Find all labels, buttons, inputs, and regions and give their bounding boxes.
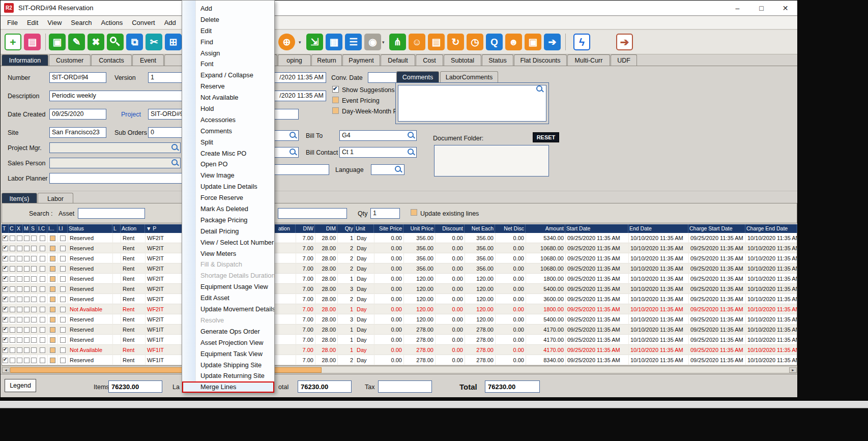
tab-status[interactable]: Status [482, 54, 513, 66]
bill-contact-lookup-icon[interactable] [408, 149, 415, 156]
row-checkbox-s[interactable] [31, 337, 37, 343]
row-checkbox-s[interactable] [31, 347, 37, 353]
column-header-qty[interactable]: Qty [337, 224, 355, 233]
row-checkbox-m[interactable] [24, 347, 30, 353]
row-checkbox-i-c[interactable] [40, 317, 45, 322]
row-checkbox-t[interactable] [3, 317, 8, 322]
row-checkbox-i-i[interactable] [60, 317, 66, 322]
column-header-i-c[interactable]: I.C [37, 224, 47, 233]
row-checkbox-i-c[interactable] [40, 266, 45, 272]
row-checkbox-t[interactable] [3, 236, 8, 241]
row-checkbox-x[interactable] [17, 266, 22, 272]
context-menu-item-edit[interactable]: Edit [182, 25, 274, 37]
tab-oping[interactable]: oping [278, 54, 311, 66]
column-header-charge-start-date[interactable]: Charge Start Date [688, 224, 745, 233]
context-menu-item-update-shipping-site[interactable]: Update Shipping Site [182, 360, 274, 371]
row-checkbox-i[interactable] [50, 317, 55, 322]
row-checkbox-s[interactable] [31, 317, 37, 322]
row-checkbox-t[interactable] [3, 276, 8, 282]
project-label[interactable]: Project [121, 111, 141, 118]
row-checkbox-c[interactable] [10, 266, 15, 272]
row-checkbox-t[interactable] [3, 307, 8, 312]
context-menu-item-update-line-details[interactable]: Update Line Details [182, 181, 274, 192]
version-field[interactable]: 1 [148, 72, 183, 83]
event-pricing-checkbox[interactable] [332, 97, 339, 103]
truck-icon[interactable]: ➔ [544, 34, 561, 50]
row-checkbox-c[interactable] [10, 286, 15, 292]
comments-lookup-icon[interactable] [536, 85, 543, 93]
context-menu-item-not-available[interactable]: Not Available [182, 92, 274, 103]
dropdown-arrow-icon[interactable]: ▾ [382, 40, 385, 45]
row-checkbox-i-c[interactable] [40, 358, 45, 363]
context-menu-item-mark-as-deleted[interactable]: Mark As Deleted [182, 203, 274, 215]
column-header-t[interactable]: T [2, 224, 9, 233]
document-folder-box[interactable] [434, 145, 549, 177]
lookup2-icon[interactable] [290, 149, 297, 156]
row-checkbox-x[interactable] [17, 276, 22, 282]
row-checkbox-i[interactable] [50, 358, 55, 363]
row-checkbox-s[interactable] [31, 256, 37, 261]
row-checkbox-c[interactable] [10, 337, 15, 343]
row-checkbox-i-i[interactable] [60, 327, 66, 333]
project-mgr-lookup-icon[interactable] [171, 144, 179, 151]
table-row[interactable]: ReservedRentWF2IT7.0028.002Day0.00120.00… [2, 294, 797, 304]
context-menu-item-font[interactable]: Font [182, 58, 274, 70]
reset-button[interactable]: RESET [533, 132, 559, 142]
sales-person-field[interactable] [49, 158, 181, 168]
tab-return[interactable]: Return [311, 54, 342, 66]
row-checkbox-i-i[interactable] [60, 297, 66, 302]
labor-planner-field[interactable] [49, 173, 183, 184]
tab-udf[interactable]: UDF [611, 54, 637, 66]
row-checkbox-i-c[interactable] [40, 327, 45, 333]
row-checkbox-i-i[interactable] [60, 307, 66, 312]
row-checkbox-i[interactable] [50, 236, 55, 241]
row-checkbox-x[interactable] [17, 317, 22, 322]
camera-icon[interactable]: ◉ [364, 34, 381, 50]
exit-icon[interactable]: ➔ [616, 34, 633, 50]
context-menu-item-equipment-task-view[interactable]: Equipment Task View [182, 348, 274, 360]
table-row[interactable]: Not AvailableRentWF1IT7.0028.001Day0.002… [2, 345, 797, 355]
column-header-x[interactable]: X [16, 224, 23, 233]
context-menu-item-open-po[interactable]: Open PO [182, 159, 274, 170]
row-checkbox-x[interactable] [17, 358, 22, 363]
row-checkbox-i-i[interactable] [60, 358, 66, 363]
dropdown-arrow-icon[interactable]: ▾ [299, 40, 301, 45]
cut-icon[interactable]: ✂ [146, 34, 162, 50]
row-checkbox-s[interactable] [31, 266, 37, 272]
row-checkbox-x[interactable] [17, 327, 22, 333]
context-menu-item-equipment-usage-view[interactable]: Equipment Usage View [182, 281, 274, 292]
row-checkbox-i-c[interactable] [40, 276, 45, 282]
menubar-item-add[interactable]: Add [160, 17, 181, 28]
context-menu-item-detail-pricing[interactable]: Detail Pricing [182, 226, 274, 237]
row-checkbox-c[interactable] [10, 317, 15, 322]
context-menu-item-reserve[interactable]: Reserve [182, 81, 274, 92]
sales-person-lookup-icon[interactable] [171, 159, 179, 166]
row-checkbox-m[interactable] [24, 307, 30, 312]
row-checkbox-i[interactable] [50, 256, 55, 261]
menubar-item-search[interactable]: Search [66, 17, 96, 28]
table-row[interactable]: ReservedRentWF2IT7.0028.002Day0.00356.00… [2, 263, 797, 274]
row-checkbox-s[interactable] [31, 246, 37, 251]
row-checkbox-s[interactable] [31, 307, 37, 312]
comments-text-area[interactable] [398, 85, 546, 122]
copy-icon[interactable]: ⧉ [126, 34, 143, 50]
row-checkbox-m[interactable] [24, 337, 30, 343]
table-row[interactable]: ReservedRentWF2IT7.0028.001Day0.00120.00… [2, 274, 797, 284]
date-created-field[interactable]: 09/25/2020 [49, 109, 106, 120]
column-header-site-price[interactable]: Site Price [374, 224, 403, 233]
column-header-amount[interactable]: Amount [526, 224, 565, 233]
asset-search-input[interactable] [78, 208, 145, 219]
find-icon[interactable] [107, 34, 124, 50]
context-menu-item-add[interactable]: Add [182, 3, 274, 14]
hierarchy-icon[interactable]: ⋔ [389, 34, 406, 50]
column-header-s[interactable]: S [30, 224, 37, 233]
column-header-c[interactable]: C [9, 224, 16, 233]
invoice-icon[interactable]: ▤ [428, 34, 445, 50]
context-menu-item-generate-ops-order[interactable]: Generate Ops Order [182, 326, 274, 337]
row-checkbox-c[interactable] [10, 256, 15, 261]
context-menu-item-package-pricing[interactable]: Package Pricing [182, 215, 274, 226]
row-checkbox-t[interactable] [3, 337, 8, 343]
bill-to-lookup-icon[interactable] [408, 132, 415, 139]
row-checkbox-m[interactable] [24, 246, 30, 251]
row-checkbox-i-i[interactable] [60, 246, 66, 251]
